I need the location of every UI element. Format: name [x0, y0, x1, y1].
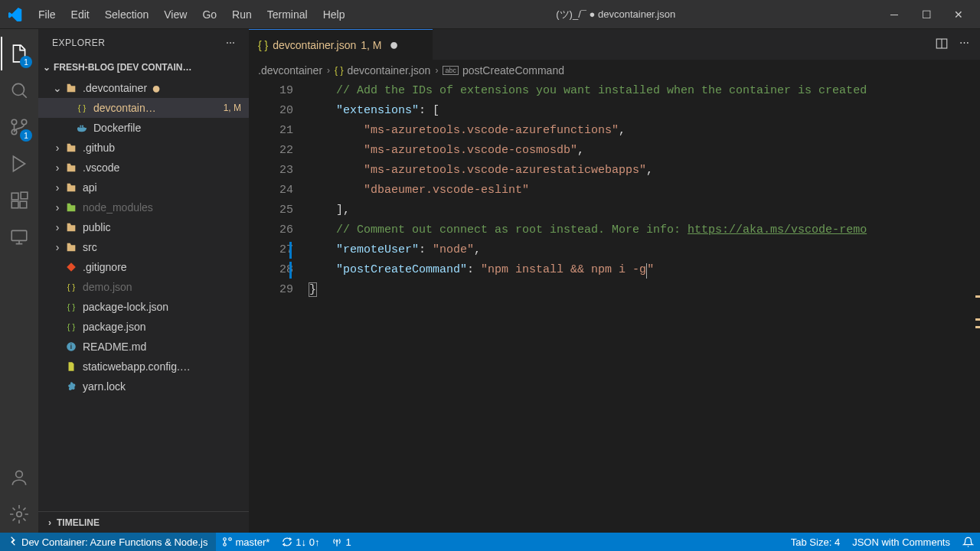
radio-tower[interactable]: 1 — [325, 533, 357, 551]
search-activity[interactable] — [1, 72, 38, 109]
tree-item-label: README.md — [83, 341, 146, 353]
language-mode[interactable]: JSON with Comments — [846, 533, 956, 551]
file-package-lock-json[interactable]: { }package-lock.json — [38, 297, 249, 317]
menu-edit[interactable]: Edit — [64, 5, 97, 24]
svg-point-15 — [223, 543, 226, 546]
dirty-indicator-icon: ● — [389, 36, 398, 54]
timeline-header[interactable]: › TIMELINE — [38, 511, 249, 533]
chevron-icon — [52, 301, 63, 313]
activity-bar: 1 1 — [0, 29, 38, 533]
file-devcontain-[interactable]: { }devcontain…1, M — [38, 98, 249, 118]
file-staticwebapp-config--[interactable]: staticwebapp.config.… — [38, 357, 249, 377]
file-icon — [75, 121, 89, 135]
extensions-activity[interactable] — [1, 182, 38, 219]
menu-help[interactable]: Help — [315, 5, 353, 24]
folder-public[interactable]: ›public — [38, 217, 249, 237]
menu-view[interactable]: View — [156, 5, 194, 24]
chevron-icon: ⌄ — [52, 82, 63, 94]
breadcrumb-folder[interactable]: .devcontainer — [258, 64, 322, 77]
minimize-button[interactable]: ─ — [879, 3, 910, 26]
file-package-json[interactable]: { }package.json — [38, 317, 249, 337]
symbol-string-icon: abc — [443, 66, 459, 75]
chevron-icon: › — [52, 142, 63, 154]
file--gitignore[interactable]: .gitignore — [38, 257, 249, 277]
menu-terminal[interactable]: Terminal — [260, 5, 315, 24]
sidebar-title: EXPLORER ⋯ — [38, 29, 249, 57]
chevron-icon: › — [52, 161, 63, 174]
folder-icon — [64, 141, 78, 155]
tree-item-label: public — [83, 221, 111, 233]
breadcrumb-file[interactable]: { } devcontainer.json — [335, 64, 430, 77]
svg-point-1 — [21, 119, 27, 125]
debug-activity[interactable] — [1, 145, 38, 182]
json-file-icon: { } — [335, 65, 343, 76]
file-yarn-lock[interactable]: yarn.lock — [38, 377, 249, 396]
chevron-icon — [52, 360, 63, 373]
tab-label: devcontainer.json — [273, 39, 356, 51]
folder-src[interactable]: ›src — [38, 237, 249, 257]
folder-icon — [64, 220, 78, 234]
chevron-icon — [63, 122, 74, 134]
svg-point-16 — [223, 538, 226, 541]
tree-item-label: Dockerfile — [93, 122, 141, 134]
file-icon — [64, 360, 78, 373]
file-icon: i — [64, 340, 78, 354]
tree-item-label: package.json — [83, 321, 146, 333]
editor-tabs: { } devcontainer.json 1, M ● ⋯ — [249, 29, 980, 60]
settings-activity[interactable] — [1, 496, 38, 533]
folder-node-modules[interactable]: ›node_modules — [38, 197, 249, 217]
tree-item-label: api — [83, 181, 97, 194]
git-branch[interactable]: master* — [216, 533, 276, 551]
explorer-badge: 1 — [20, 56, 32, 68]
split-editor-icon[interactable] — [935, 37, 949, 53]
breadcrumb-symbol[interactable]: abc postCreateCommand — [443, 64, 564, 77]
tree-item-label: staticwebapp.config.… — [83, 360, 191, 373]
feedback-icon[interactable] — [956, 533, 980, 551]
menu-run[interactable]: Run — [224, 5, 260, 24]
minimap[interactable] — [969, 81, 980, 533]
svg-rect-8 — [11, 230, 27, 240]
workspace-folder-header[interactable]: ⌄ FRESH-BLOG [DEV CONTAIN… — [38, 57, 249, 78]
chevron-icon: › — [52, 201, 63, 214]
folder--github[interactable]: ›.github — [38, 138, 249, 158]
scm-activity[interactable]: 1 — [1, 109, 38, 145]
account-activity[interactable] — [1, 459, 38, 496]
maximize-button[interactable]: ☐ — [911, 3, 942, 26]
breadcrumbs[interactable]: .devcontainer › { } devcontainer.json › … — [249, 60, 980, 81]
close-button[interactable]: ✕ — [943, 3, 974, 26]
editor-area: { } devcontainer.json 1, M ● ⋯ .devconta… — [249, 29, 980, 533]
titlebar: FileEditSelectionViewGoRunTerminalHelp (… — [0, 0, 980, 29]
tab-devcontainer[interactable]: { } devcontainer.json 1, M ● — [249, 29, 433, 60]
menu-go[interactable]: Go — [194, 5, 224, 24]
folder-icon — [64, 81, 78, 95]
file-readme-md[interactable]: iREADME.md — [38, 337, 249, 357]
remote-explorer-activity[interactable] — [1, 219, 38, 256]
menu-selection[interactable]: Selection — [97, 5, 157, 24]
remote-indicator[interactable]: Dev Container: Azure Functions & Node.js — [0, 533, 216, 551]
chevron-icon: › — [52, 221, 63, 233]
spaces-indicator[interactable]: Tab Size: 4 — [785, 533, 846, 551]
menu-file[interactable]: File — [31, 5, 64, 24]
more-actions-icon[interactable]: ⋯ — [959, 37, 969, 53]
statusbar: Dev Container: Azure Functions & Node.js… — [0, 533, 980, 551]
svg-rect-7 — [21, 192, 28, 199]
explorer-activity[interactable]: 1 — [1, 35, 38, 72]
folder-api[interactable]: ›api — [38, 178, 249, 197]
chevron-icon — [52, 281, 63, 293]
chevron-icon: › — [52, 241, 63, 253]
git-sync[interactable]: 1↓ 0↑ — [276, 533, 325, 551]
file-dockerfile[interactable]: Dockerfile — [38, 118, 249, 138]
file-demo-json[interactable]: { }demo.json — [38, 277, 249, 297]
chevron-icon: › — [52, 181, 63, 194]
folder-icon — [64, 181, 78, 194]
tree-item-label: .vscode — [83, 161, 119, 174]
code-editor[interactable]: 1920212223242526272829 // Add the IDs of… — [249, 81, 980, 533]
folder--devcontainer[interactable]: ⌄.devcontainer● — [38, 78, 249, 98]
tree-item-label: yarn.lock — [83, 380, 126, 393]
remote-icon — [8, 536, 18, 549]
scm-badge: 1 — [20, 129, 32, 142]
chevron-right-icon: › — [327, 65, 330, 76]
folder--vscode[interactable]: ›.vscode — [38, 158, 249, 178]
chevron-icon — [52, 380, 63, 393]
more-icon[interactable]: ⋯ — [226, 37, 236, 48]
